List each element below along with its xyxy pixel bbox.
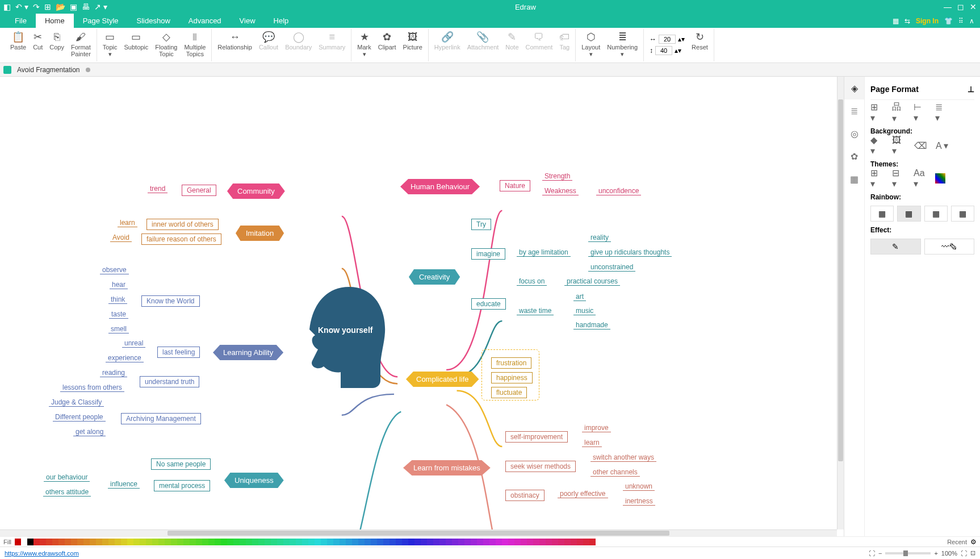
rainbow-4[interactable]: ▦ [951,206,974,222]
color-swatch[interactable] [152,539,158,545]
node-know-world[interactable]: Know the World [141,295,200,307]
color-swatch[interactable] [458,539,464,545]
node-reality[interactable]: reality [588,233,611,242]
node-learning[interactable]: Learning Ability [213,345,283,360]
bg-fill[interactable]: ◆ ▾ [870,139,884,152]
color-swatch[interactable] [421,539,427,545]
theme-color[interactable] [935,173,945,183]
color-swatch[interactable] [171,539,177,545]
color-swatch[interactable] [489,539,496,545]
color-swatch[interactable] [58,539,65,545]
central-topic[interactable]: Know yourself [318,326,372,335]
color-swatch[interactable] [571,539,577,545]
color-swatch[interactable] [414,539,421,545]
document-tab[interactable]: Avoid Fragmentation [14,66,83,74]
panel-pin-icon[interactable]: ⊥ [968,85,974,94]
tag-button[interactable]: 🏷Tag [556,31,573,51]
color-swatch[interactable] [121,539,127,545]
node-otherch[interactable]: other channels [590,468,640,477]
focus-icon[interactable]: ⊡ [970,549,975,557]
picture-button[interactable]: 🖼Picture [400,31,426,51]
color-swatch[interactable] [233,539,240,545]
color-swatch[interactable] [296,539,302,545]
node-inertness[interactable]: inertness [623,497,655,506]
node-archiving[interactable]: Archiving Management [121,413,201,424]
color-swatch[interactable] [333,539,340,545]
color-swatch[interactable] [102,539,108,545]
panel-tab-theme[interactable]: ✿ [844,145,864,168]
bg-remove[interactable]: ⌫ [914,139,927,152]
layout-style-1[interactable]: ⊞ ▾ [870,106,884,119]
color-swatch[interactable] [577,539,583,545]
node-music[interactable]: music [573,307,596,315]
color-swatch[interactable] [158,539,165,545]
color-swatch[interactable] [583,539,589,545]
color-swatch[interactable] [90,539,96,545]
color-swatch[interactable] [439,539,446,545]
cut-button[interactable]: ✂Cut [30,31,46,51]
node-giveup[interactable]: give up ridiculars thoughts [588,248,672,257]
color-swatch[interactable] [71,539,77,545]
color-swatch[interactable] [127,539,133,545]
subtopic-button[interactable]: ▭Subtopic [121,31,152,51]
color-swatch[interactable] [190,539,196,545]
color-swatch[interactable] [177,539,183,545]
close-icon[interactable]: ✕ [970,2,977,11]
rainbow-2[interactable]: ▦ [897,206,920,222]
node-nature[interactable]: Nature [500,180,530,191]
effect-sketch[interactable]: 〰✎ [924,239,975,255]
summary-button[interactable]: ≡Summary [315,31,349,51]
comment-button[interactable]: 🗨Comment [522,31,556,51]
node-mental[interactable]: mental process [154,480,210,491]
layout-style-3[interactable]: ⊢ ▾ [914,106,927,119]
color-swatch[interactable] [27,539,33,545]
color-swatch[interactable] [40,539,46,545]
node-byage[interactable]: by age limitation [517,248,571,257]
open-icon[interactable]: 📂 [56,2,65,11]
vspace-input[interactable] [655,46,672,55]
node-creativity[interactable]: Creativity [409,269,460,285]
hspace-spinner[interactable]: ▴▾ [678,35,685,43]
node-practical[interactable]: practical courses [564,277,620,286]
zoom-in-icon[interactable]: + [934,550,937,557]
clipart-button[interactable]: ✿Clipart [375,31,400,51]
color-swatch[interactable] [290,539,296,545]
layout-style-2[interactable]: 品 ▾ [892,106,906,119]
node-learn2[interactable]: learn [582,439,602,447]
zoom-slider[interactable] [885,552,931,554]
color-swatch[interactable] [46,539,52,545]
node-learn[interactable]: learn [118,219,137,227]
node-learn-mistakes[interactable]: Learn from mistakes [403,460,491,475]
menu-view[interactable]: View [231,14,265,28]
color-swatch[interactable] [446,539,452,545]
node-obstinacy[interactable]: obstinacy [505,490,545,501]
vspace-spinner[interactable]: ▴▾ [675,47,681,55]
color-swatch[interactable] [52,539,58,545]
zoom-out-icon[interactable]: − [878,550,882,557]
color-swatch[interactable] [352,539,358,545]
status-url[interactable]: https://www.edrawsoft.com [5,550,79,557]
color-swatch[interactable] [240,539,246,545]
node-taste[interactable]: taste [109,310,128,319]
undo-icon[interactable]: ↶ ▾ [15,2,28,11]
multiple-topics-button[interactable]: ⫴MultipleTopics [181,31,209,57]
topic-button[interactable]: ▭Topic▾ [99,31,121,57]
node-understand[interactable]: understand truth [140,376,199,387]
node-selfimp[interactable]: self-improvement [505,431,568,443]
color-swatch[interactable] [433,539,439,545]
color-swatch[interactable] [408,539,414,545]
color-swatch[interactable] [521,539,527,545]
menu-help[interactable]: Help [265,14,298,28]
color-swatch[interactable] [589,539,596,545]
node-last-feeling[interactable]: last feeling [157,347,200,358]
menu-advanced[interactable]: Advanced [179,14,231,28]
numbering-button[interactable]: ≣Numbering▾ [604,31,641,57]
hyperlink-button[interactable]: 🔗Hyperlink [431,31,464,51]
callout-button[interactable]: 💬Callout [256,31,282,51]
node-happiness[interactable]: happiness [491,372,533,383]
mark-button[interactable]: ★Mark▾ [354,31,374,57]
node-experience[interactable]: experience [106,354,144,362]
menu-page-style[interactable]: Page Style [74,14,128,28]
attachment-button[interactable]: 📎Attachment [464,31,502,51]
color-swatch[interactable] [208,539,215,545]
